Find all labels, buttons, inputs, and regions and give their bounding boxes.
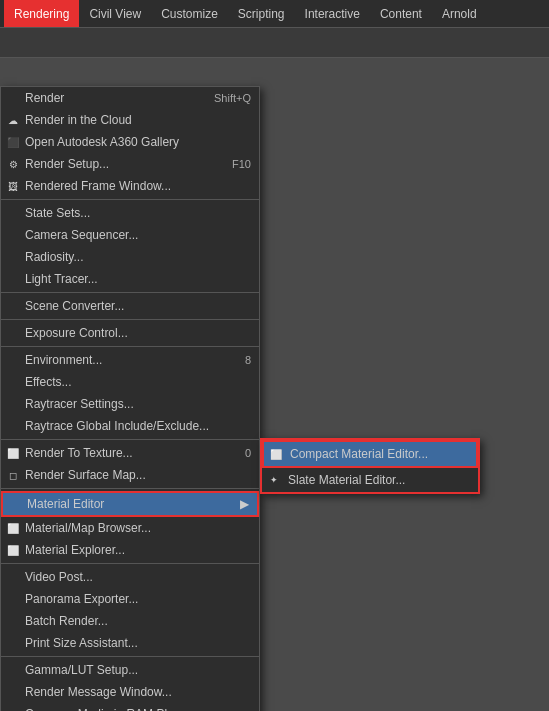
material-browser-label: Material/Map Browser... <box>25 521 151 535</box>
print-size-label: Print Size Assistant... <box>25 636 138 650</box>
menu-item-light-tracer[interactable]: Light Tracer... <box>1 268 259 290</box>
menu-item-render-cloud[interactable]: ☁ Render in the Cloud <box>1 109 259 131</box>
menu-item-state-sets[interactable]: State Sets... <box>1 202 259 224</box>
menu-item-exposure-control[interactable]: Exposure Control... <box>1 322 259 344</box>
separator-8 <box>1 656 259 657</box>
cloud-icon: ☁ <box>5 112 21 128</box>
slate-editor-icon: ✦ <box>266 472 282 488</box>
render-cloud-label: Render in the Cloud <box>25 113 132 127</box>
texture-icon: ⬜ <box>5 445 21 461</box>
menu-content[interactable]: Content <box>370 0 432 27</box>
menu-item-scene-converter[interactable]: Scene Converter... <box>1 295 259 317</box>
menu-item-camera-seq[interactable]: Camera Sequencer... <box>1 224 259 246</box>
separator-3 <box>1 319 259 320</box>
menu-item-raytrace-global[interactable]: Raytrace Global Include/Exclude... <box>1 415 259 437</box>
menu-item-render[interactable]: Render Shift+Q <box>1 87 259 109</box>
separator-5 <box>1 439 259 440</box>
separator-7 <box>1 563 259 564</box>
material-explorer-label: Material Explorer... <box>25 543 125 557</box>
submenu-slate-editor[interactable]: ✦ Slate Material Editor... <box>262 468 478 492</box>
menu-item-render-setup[interactable]: ⚙ Render Setup... F10 <box>1 153 259 175</box>
menu-item-render-texture[interactable]: ⬜ Render To Texture... 0 <box>1 442 259 464</box>
render-setup-shortcut: F10 <box>232 158 251 170</box>
raytrace-global-label: Raytrace Global Include/Exclude... <box>25 419 209 433</box>
effects-label: Effects... <box>25 375 71 389</box>
main-content: Render Shift+Q ☁ Render in the Cloud ⬛ O… <box>0 58 549 711</box>
compare-media-label: Compare Media in RAM Player... <box>25 707 200 711</box>
menu-item-environment[interactable]: Environment... 8 <box>1 349 259 371</box>
gallery-icon: ⬛ <box>5 134 21 150</box>
menu-interactive[interactable]: Interactive <box>295 0 370 27</box>
browser-icon: ⬜ <box>5 520 21 536</box>
submenu-arrow: ▶ <box>240 497 249 511</box>
render-message-label: Render Message Window... <box>25 685 172 699</box>
separator-1 <box>1 199 259 200</box>
panorama-label: Panorama Exporter... <box>25 592 138 606</box>
menu-item-material-explorer[interactable]: ⬜ Material Explorer... <box>1 539 259 561</box>
menu-bar: Rendering Civil View Customize Scripting… <box>0 0 549 28</box>
material-editor-label: Material Editor <box>27 497 104 511</box>
rendered-frame-icon: 🖼 <box>5 178 21 194</box>
render-label: Render <box>25 91 64 105</box>
raytracer-settings-label: Raytracer Settings... <box>25 397 134 411</box>
separator-2 <box>1 292 259 293</box>
render-shortcut: Shift+Q <box>214 92 251 104</box>
menu-scripting[interactable]: Scripting <box>228 0 295 27</box>
render-setup-icon: ⚙ <box>5 156 21 172</box>
menu-customize[interactable]: Customize <box>151 0 228 27</box>
rendering-dropdown: Render Shift+Q ☁ Render in the Cloud ⬛ O… <box>0 86 260 711</box>
menu-item-gamma-lut[interactable]: Gamma/LUT Setup... <box>1 659 259 681</box>
explorer-icon: ⬜ <box>5 542 21 558</box>
menu-item-effects[interactable]: Effects... <box>1 371 259 393</box>
submenu-compact-editor[interactable]: ⬜ Compact Material Editor... <box>262 440 478 468</box>
menu-item-open-gallery[interactable]: ⬛ Open Autodesk A360 Gallery <box>1 131 259 153</box>
render-texture-label: Render To Texture... <box>25 446 133 460</box>
render-surface-label: Render Surface Map... <box>25 468 146 482</box>
compact-editor-icon: ⬜ <box>268 446 284 462</box>
menu-item-render-message[interactable]: Render Message Window... <box>1 681 259 703</box>
menu-civil-view[interactable]: Civil View <box>79 0 151 27</box>
menu-arnold[interactable]: Arnold <box>432 0 487 27</box>
menu-item-radiosity[interactable]: Radiosity... <box>1 246 259 268</box>
material-editor-submenu: ⬜ Compact Material Editor... ✦ Slate Mat… <box>260 438 480 494</box>
environment-shortcut: 8 <box>245 354 251 366</box>
rendered-frame-label: Rendered Frame Window... <box>25 179 171 193</box>
compact-editor-label: Compact Material Editor... <box>290 447 428 461</box>
render-setup-label: Render Setup... <box>25 157 109 171</box>
menu-item-video-post[interactable]: Video Post... <box>1 566 259 588</box>
video-post-label: Video Post... <box>25 570 93 584</box>
environment-label: Environment... <box>25 353 102 367</box>
menu-item-raytracer-settings[interactable]: Raytracer Settings... <box>1 393 259 415</box>
menu-item-material-editor[interactable]: Material Editor ▶ <box>1 491 259 517</box>
menu-item-rendered-frame[interactable]: 🖼 Rendered Frame Window... <box>1 175 259 197</box>
light-tracer-label: Light Tracer... <box>25 272 98 286</box>
surface-map-icon: ◻ <box>5 467 21 483</box>
separator-6 <box>1 488 259 489</box>
menu-item-batch-render[interactable]: Batch Render... <box>1 610 259 632</box>
exposure-control-label: Exposure Control... <box>25 326 128 340</box>
menu-item-material-browser[interactable]: ⬜ Material/Map Browser... <box>1 517 259 539</box>
menu-rendering[interactable]: Rendering <box>4 0 79 27</box>
menu-item-panorama[interactable]: Panorama Exporter... <box>1 588 259 610</box>
scene-converter-label: Scene Converter... <box>25 299 124 313</box>
camera-seq-label: Camera Sequencer... <box>25 228 138 242</box>
menu-item-render-surface[interactable]: ◻ Render Surface Map... <box>1 464 259 486</box>
toolbar <box>0 28 549 58</box>
render-texture-shortcut: 0 <box>245 447 251 459</box>
radiosity-label: Radiosity... <box>25 250 83 264</box>
menu-item-compare-media[interactable]: Compare Media in RAM Player... <box>1 703 259 711</box>
batch-render-label: Batch Render... <box>25 614 108 628</box>
gamma-lut-label: Gamma/LUT Setup... <box>25 663 138 677</box>
menu-item-print-size[interactable]: Print Size Assistant... <box>1 632 259 654</box>
state-sets-label: State Sets... <box>25 206 90 220</box>
separator-4 <box>1 346 259 347</box>
open-gallery-label: Open Autodesk A360 Gallery <box>25 135 179 149</box>
slate-editor-label: Slate Material Editor... <box>288 473 405 487</box>
